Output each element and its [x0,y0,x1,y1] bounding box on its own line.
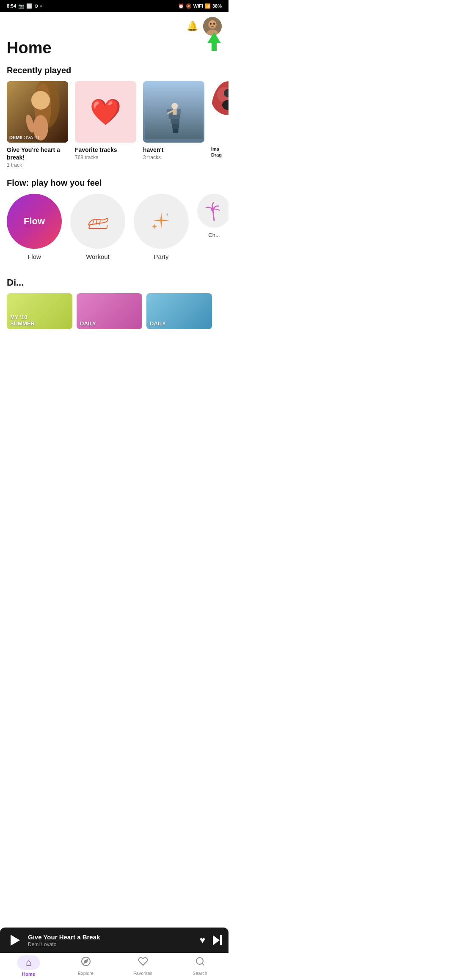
track-subtitle: 1 track [7,162,68,168]
list-item[interactable]: DAILY [146,293,212,329]
flow-section: Flow: play how you feel Flow Flow Workou… [0,178,228,274]
list-item[interactable]: ❤️ Favorite tracks 768 tracks [75,81,136,168]
track-subtitle: 768 tracks [75,154,136,160]
recently-played-heading: Recently played [0,66,228,81]
chill-circle[interactable] [197,194,228,228]
track-thumbnail: ❤️ [75,81,136,143]
svg-point-32 [213,208,215,210]
discover-scroll[interactable]: MY '10SUMMER DAILY DAILY [0,293,228,329]
list-item[interactable]: DAILY [77,293,142,329]
discover-section: Di... MY '10SUMMER DAILY DAILY [0,277,228,329]
status-bar: 8:54 📷 ⬜ ⊖ • ⏰ 🔕 WiFi 📶 38% [0,0,228,12]
card-label: MY '10SUMMER [10,314,35,327]
party-circle[interactable] [134,194,189,249]
svg-point-18 [171,103,178,109]
flow-scroll[interactable]: Flow Flow Workout [0,194,228,267]
recently-played-scroll[interactable]: UNBROKEN [0,81,228,178]
heart-icon: ❤️ [90,97,121,127]
flow-text: Flow [24,216,45,227]
artist-name-overlay: DEMILOVATO [9,135,39,140]
track-thumbnail: UNBROKEN [7,81,68,143]
workout-circle[interactable] [70,194,125,249]
track-title: ImaDrag [211,146,228,158]
list-item[interactable]: Workout [70,194,125,260]
card-label: DAILY [80,320,96,327]
svg-point-5 [213,23,215,25]
discover-heading: Di... [0,277,228,293]
flow-label: Flow [28,253,41,260]
havent-svg [143,81,204,139]
screen-record-icon: ⬜ [26,3,32,9]
flow-circle-main[interactable]: Flow [7,194,62,249]
signal-icon: 📶 [205,3,211,9]
demi-cover: UNBROKEN [7,81,68,143]
list-item[interactable]: MY '10SUMMER [7,293,72,329]
page-title: Home [0,37,228,66]
sparkle-icon [149,209,174,234]
track-subtitle: 3 tracks [143,154,204,160]
track-title: Give You're heart a break! [7,146,68,161]
track-thumbnail [211,81,228,143]
notification-bell-icon[interactable]: 🔔 [187,21,198,32]
track-title: haven't [143,146,204,154]
partial-cover-svg [211,81,228,115]
sneaker-icon [85,209,110,234]
workout-label: Workout [86,253,110,260]
list-item[interactable]: haven't 3 tracks [143,81,204,168]
battery: 38% [212,3,222,8]
track-thumbnail [143,81,204,143]
palm-tree-icon [204,200,225,221]
time: 8:54 [7,3,16,8]
dnd-icon: ⊖ [34,3,38,9]
mute-icon: 🔕 [186,3,192,9]
demi-silhouette [7,81,68,143]
list-item[interactable]: ImaDrag [211,81,228,168]
dot-icon: • [40,3,42,8]
wifi-icon: WiFi [193,3,203,8]
list-item[interactable]: UNBROKEN [7,81,68,168]
svg-rect-16 [172,124,179,128]
recently-played-section: Recently played UNBROKEN [0,66,228,178]
svg-rect-19 [173,109,176,115]
alarm-icon: ⏰ [178,3,184,9]
card-label: DAILY [150,320,166,327]
svg-point-9 [31,91,50,110]
havent-cover [143,81,204,143]
green-arrow-annotation [207,32,221,51]
party-label: Party [154,253,168,260]
list-item[interactable]: Flow Flow [7,194,62,260]
status-left: 8:54 📷 ⬜ ⊖ • [7,3,42,9]
status-right: ⏰ 🔕 WiFi 📶 38% [178,3,222,9]
svg-rect-17 [173,128,178,133]
list-item[interactable]: Ch... [197,194,228,260]
photo-icon: 📷 [18,3,24,9]
svg-rect-15 [171,119,179,124]
header: 🔔 [0,12,228,37]
chill-label: Ch... [208,232,220,238]
svg-point-4 [210,23,212,25]
track-title: Favorite tracks [75,146,136,154]
flow-section-heading: Flow: play how you feel [0,178,228,194]
svg-line-27 [99,220,100,225]
list-item[interactable]: Party [134,194,189,260]
